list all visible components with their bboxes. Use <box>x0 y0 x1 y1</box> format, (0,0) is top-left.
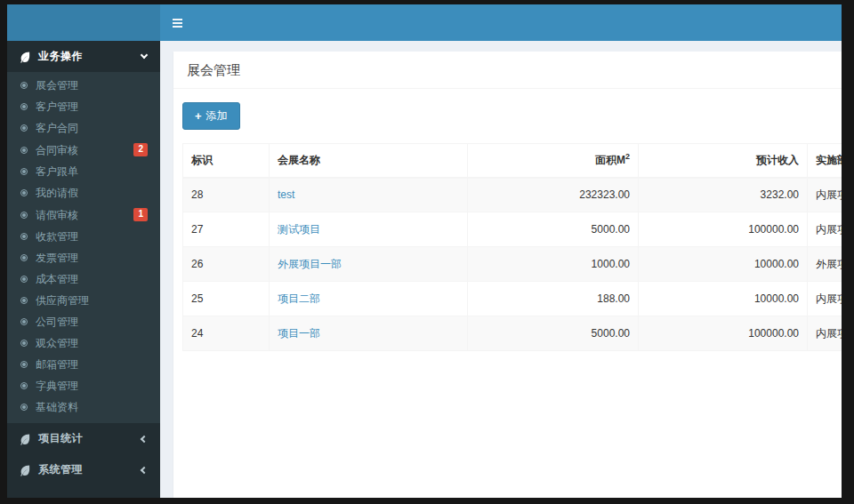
column-header-name: 会展名称 <box>270 144 468 178</box>
plus-icon: + <box>195 110 202 122</box>
sidebar-section-label: 业务操作 <box>38 49 83 64</box>
sidebar-item-audience-mgmt[interactable]: 观众管理 <box>7 332 160 354</box>
cell-dept: 内展项目 <box>808 212 842 247</box>
table-row: 26 外展项目一部 1000.00 10000.00 外展项目 <box>183 247 842 282</box>
sidebar-section-label: 项目统计 <box>38 431 83 446</box>
circle-dot-icon <box>20 318 28 325</box>
sidebar-submenu: 展会管理 客户管理 客户合同 合同审核2 客户跟单 我的请假 请假审核1 收款管… <box>7 72 160 423</box>
exhibition-link[interactable]: 项目一部 <box>278 327 320 340</box>
circle-dot-icon <box>20 168 28 175</box>
sidebar-item-my-leave[interactable]: 我的请假 <box>7 182 160 204</box>
cell-area: 5000.00 <box>468 316 639 351</box>
sidebar-item-dictionary-mgmt[interactable]: 字典管理 <box>7 375 160 396</box>
circle-dot-icon <box>20 103 28 110</box>
cell-income: 3232.00 <box>639 178 808 212</box>
app-window: 业务操作 展会管理 客户管理 客户合同 合同审核2 客户跟单 我的请假 请假审核… <box>7 4 842 498</box>
cell-name: 项目二部 <box>270 282 468 316</box>
chevron-left-icon <box>141 466 148 473</box>
sidebar-item-leave-review[interactable]: 请假审核1 <box>7 204 160 226</box>
leaf-icon <box>19 464 31 476</box>
notification-badge: 1 <box>133 208 148 221</box>
cell-dept: 外展项目 <box>808 247 842 282</box>
cell-area: 232323.00 <box>468 178 639 212</box>
sidebar-item-customer-contract[interactable]: 客户合同 <box>7 117 160 139</box>
circle-dot-icon <box>20 276 28 283</box>
sidebar-section-label: 系统管理 <box>38 462 83 477</box>
table-row: 25 项目二部 188.00 10000.00 内展项目 <box>183 282 842 316</box>
circle-dot-icon <box>20 297 28 304</box>
logo-area[interactable] <box>7 4 160 41</box>
cell-income: 100000.00 <box>639 316 808 351</box>
menu-icon <box>173 22 182 24</box>
table-header-row: 标识 会展名称 面积M2 预计收入 实施部门 <box>183 144 842 178</box>
cell-income: 100000.00 <box>639 212 808 247</box>
column-header-id: 标识 <box>183 144 270 178</box>
cell-dept: 内展项目 <box>808 316 842 351</box>
exhibition-link[interactable]: 外展项目一部 <box>278 258 342 270</box>
top-navbar <box>7 4 842 41</box>
content-area: 展会管理 + 添加 标识 会展名称 <box>160 41 842 498</box>
cell-dept: 内展项目 <box>808 178 842 212</box>
exhibition-link[interactable]: 项目二部 <box>278 292 320 305</box>
chevron-left-icon <box>141 435 148 442</box>
cell-income: 10000.00 <box>639 282 808 316</box>
sidebar-item-customer-mgmt[interactable]: 客户管理 <box>7 96 160 117</box>
circle-dot-icon <box>20 212 28 219</box>
sidebar-item-cost-mgmt[interactable]: 成本管理 <box>7 268 160 290</box>
sidebar-item-mailbox-mgmt[interactable]: 邮箱管理 <box>7 354 160 375</box>
column-header-area: 面积M2 <box>468 144 639 178</box>
cell-area: 5000.00 <box>468 212 639 247</box>
chevron-down-icon <box>141 52 148 59</box>
exhibition-link[interactable]: test <box>278 188 294 201</box>
circle-dot-icon <box>20 233 28 240</box>
circle-dot-icon <box>20 382 28 389</box>
page-title: 展会管理 <box>173 52 842 89</box>
exhibition-panel: 展会管理 + 添加 标识 会展名称 <box>173 52 842 498</box>
sidebar-toggle-button[interactable] <box>160 4 194 41</box>
circle-dot-icon <box>20 189 28 196</box>
sidebar-item-supplier-mgmt[interactable]: 供应商管理 <box>7 290 160 311</box>
cell-name: 项目一部 <box>270 316 468 351</box>
cell-income: 10000.00 <box>639 247 808 282</box>
leaf-icon <box>19 51 31 63</box>
sidebar-item-customer-followup[interactable]: 客户跟单 <box>7 161 160 182</box>
exhibition-link[interactable]: 测试项目 <box>278 223 320 236</box>
cell-area: 1000.00 <box>468 247 639 282</box>
sidebar-section-system-mgmt[interactable]: 系统管理 <box>7 454 160 485</box>
circle-dot-icon <box>20 147 28 154</box>
sidebar-item-exhibition-mgmt[interactable]: 展会管理 <box>7 75 160 96</box>
cell-id: 27 <box>183 212 270 247</box>
table-row: 27 测试项目 5000.00 100000.00 内展项目 <box>183 212 842 247</box>
circle-dot-icon <box>20 361 28 368</box>
sidebar-item-payment-mgmt[interactable]: 收款管理 <box>7 226 160 247</box>
cell-name: 外展项目一部 <box>270 247 468 282</box>
circle-dot-icon <box>20 340 28 347</box>
sidebar-item-contract-review[interactable]: 合同审核2 <box>7 139 160 161</box>
circle-dot-icon <box>20 404 28 411</box>
exhibition-table: 标识 会展名称 面积M2 预计收入 实施部门 28 test 2 <box>182 143 842 351</box>
sidebar-item-invoice-mgmt[interactable]: 发票管理 <box>7 247 160 268</box>
cell-id: 26 <box>183 247 270 282</box>
sidebar-section-business-operations[interactable]: 业务操作 <box>7 41 160 72</box>
cell-dept: 内展项目 <box>808 282 842 316</box>
sidebar-item-company-mgmt[interactable]: 公司管理 <box>7 311 160 332</box>
cell-id: 28 <box>183 178 270 212</box>
sidebar-item-basic-data[interactable]: 基础资料 <box>7 396 160 418</box>
cell-id: 24 <box>183 316 270 351</box>
table-row: 28 test 232323.00 3232.00 内展项目 <box>183 178 842 212</box>
circle-dot-icon <box>20 254 28 261</box>
column-header-income: 预计收入 <box>639 144 808 178</box>
sidebar-section-project-statistics[interactable]: 项目统计 <box>7 423 160 454</box>
circle-dot-icon <box>20 82 28 89</box>
cell-name: test <box>270 178 468 212</box>
notification-badge: 2 <box>133 143 148 156</box>
add-button[interactable]: + 添加 <box>182 102 240 130</box>
navbar <box>160 4 842 41</box>
circle-dot-icon <box>20 124 28 132</box>
table-row: 24 项目一部 5000.00 100000.00 内展项目 <box>183 316 842 351</box>
cell-area: 188.00 <box>468 282 639 316</box>
cell-id: 25 <box>183 282 270 316</box>
sidebar: 业务操作 展会管理 客户管理 客户合同 合同审核2 客户跟单 我的请假 请假审核… <box>7 41 160 498</box>
column-header-dept: 实施部门 <box>808 144 842 178</box>
cell-name: 测试项目 <box>270 212 468 247</box>
